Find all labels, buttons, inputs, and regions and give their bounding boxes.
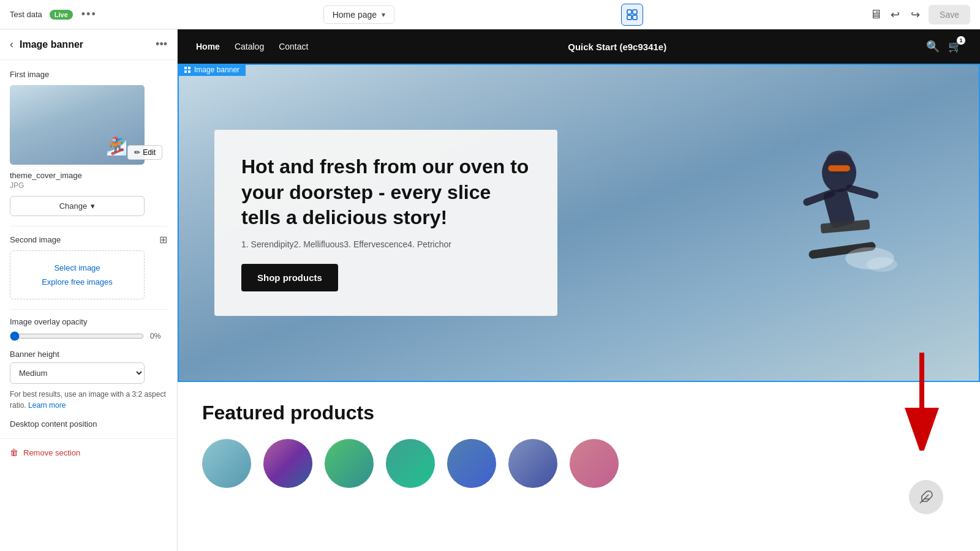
svg-rect-1 xyxy=(633,10,637,14)
svg-rect-6 xyxy=(184,70,187,73)
save-button[interactable]: Save xyxy=(929,5,970,24)
first-image-preview: 🏂 xyxy=(10,85,145,165)
preview-area: Home Catalog Contact Quick Start (e9c934… xyxy=(178,29,980,551)
svg-rect-10 xyxy=(828,165,850,171)
banner-height-label: Banner height xyxy=(10,350,167,359)
svg-rect-13 xyxy=(845,184,879,200)
image-banner-section[interactable]: Image banner xyxy=(178,64,980,382)
first-image-preview-container: 🏂 ✏ ✏ EditEdit xyxy=(10,85,167,165)
store-nav-links: Home Catalog Contact xyxy=(196,42,308,51)
image-banner-tag: Image banner xyxy=(178,64,246,76)
page-selector[interactable]: Home page ▾ xyxy=(323,6,394,24)
helper-text: For best results, use an image with a 3:… xyxy=(10,389,167,411)
product-circles xyxy=(202,439,956,488)
monitor-icon[interactable]: 🖥 xyxy=(870,7,882,21)
svg-rect-3 xyxy=(633,15,637,20)
undo-button[interactable]: ↩ xyxy=(888,6,902,24)
overlay-opacity-label: Image overlay opacity xyxy=(10,317,167,326)
nav-icons: 🔍 🛒 1 xyxy=(926,40,962,53)
panel-title: Image banner xyxy=(20,39,149,50)
back-button[interactable]: ‹ xyxy=(10,38,13,51)
page-selector-label: Home page xyxy=(333,10,377,20)
svg-rect-5 xyxy=(188,67,190,69)
search-icon[interactable]: 🔍 xyxy=(926,40,940,53)
edit-image-button[interactable]: ✏ ✏ EditEdit xyxy=(127,145,162,160)
cart-icon[interactable]: 🛒 1 xyxy=(948,40,962,53)
live-badge: Live xyxy=(50,10,73,20)
second-image-label: Second image ⊞ xyxy=(10,234,167,246)
nav-link-home[interactable]: Home xyxy=(196,42,220,51)
product-circle-2[interactable] xyxy=(263,439,312,488)
svg-rect-4 xyxy=(184,67,187,69)
panel-menu-button[interactable]: ••• xyxy=(156,38,167,51)
snowboarder-illustration xyxy=(747,124,931,320)
image-filename: theme_cover_image xyxy=(10,171,167,180)
select-image-link[interactable]: Select image xyxy=(54,263,100,272)
opacity-value: 0% xyxy=(150,332,167,340)
chevron-down-icon: ▾ xyxy=(91,201,95,211)
product-circle-4[interactable] xyxy=(386,439,435,488)
store-name: Quick Start (e9c9341e) xyxy=(568,42,666,52)
image-ext: JPG xyxy=(10,181,167,190)
panel-scroll: First image 🏂 ✏ ✏ EditEdit xyxy=(0,60,177,551)
explore-free-images-link[interactable]: Explore free images xyxy=(42,277,113,287)
cart-badge: 1 xyxy=(957,36,965,45)
learn-more-link[interactable]: Learn more xyxy=(28,401,66,410)
panel-header: ‹ Image banner ••• xyxy=(0,29,177,60)
svg-rect-7 xyxy=(188,70,190,73)
banner-headline: Hot and fresh from our oven to your door… xyxy=(241,154,530,231)
chevron-down-icon: ▾ xyxy=(382,10,385,19)
product-circle-3[interactable] xyxy=(325,439,374,488)
left-panel: ‹ Image banner ••• First image 🏂 xyxy=(0,29,178,551)
nav-link-contact[interactable]: Contact xyxy=(279,42,308,51)
product-circle-6[interactable] xyxy=(508,439,557,488)
pencil-icon: ✏ xyxy=(134,148,140,157)
panel-body: First image 🏂 ✏ ✏ EditEdit xyxy=(0,60,177,438)
banner-height-select[interactable]: Small Medium Large Full screen xyxy=(10,362,145,384)
image-placeholder: Select image Explore free images xyxy=(10,250,145,299)
grid-view-button[interactable] xyxy=(621,4,643,26)
top-bar: Test data Live ••• Home page ▾ 🖥 ↩ ↪ Sav… xyxy=(0,0,980,29)
feather-fab-button[interactable] xyxy=(909,480,943,514)
opacity-slider[interactable] xyxy=(10,331,144,341)
featured-title: Featured products xyxy=(202,402,956,424)
svg-rect-0 xyxy=(627,10,631,14)
top-bar-right: 🖥 ↩ ↪ Save xyxy=(870,5,970,24)
change-image-button[interactable]: Change ▾ xyxy=(10,196,145,216)
svg-point-17 xyxy=(867,257,897,272)
svg-rect-2 xyxy=(627,15,631,20)
test-data-label: Test data xyxy=(10,10,42,19)
store-nav: Home Catalog Contact Quick Start (e9c934… xyxy=(178,29,980,64)
opacity-row: 0% xyxy=(10,331,167,341)
banner-content-box: Hot and fresh from our oven to your door… xyxy=(214,130,557,316)
product-circle-5[interactable] xyxy=(447,439,496,488)
shop-products-button[interactable]: Shop products xyxy=(241,264,338,291)
trash-icon: 🗑 xyxy=(10,448,18,457)
product-circle-7[interactable] xyxy=(570,439,619,488)
banner-subtext: 1. Serendipity2. Mellifluous3. Effervesc… xyxy=(241,239,530,249)
topbar-more-button[interactable]: ••• xyxy=(81,8,97,21)
product-circle-1[interactable] xyxy=(202,439,251,488)
first-image-label: First image xyxy=(10,70,167,79)
main-area: ‹ Image banner ••• First image 🏂 xyxy=(0,29,980,551)
stack-icon: ⊞ xyxy=(159,234,167,246)
featured-section: Featured products xyxy=(178,382,980,551)
desktop-position-label: Desktop content position xyxy=(10,419,167,429)
redo-button[interactable]: ↪ xyxy=(908,6,922,24)
svg-rect-14 xyxy=(820,220,870,234)
nav-link-catalog[interactable]: Catalog xyxy=(235,42,264,51)
banner-background: Hot and fresh from our oven to your door… xyxy=(178,64,980,382)
remove-section-button[interactable]: 🗑 Remove section xyxy=(0,438,177,466)
